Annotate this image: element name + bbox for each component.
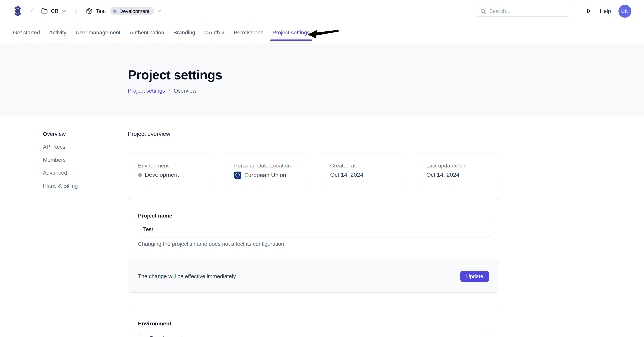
info-cards-row: Environment Development Personal Data Lo… [128,154,499,185]
info-card-last-updated: Last updated on Oct 14, 2024 [416,154,499,185]
project-name-input[interactable] [138,222,489,237]
sidebar-item-api-keys[interactable]: API Keys [43,144,128,150]
chevron-down-icon [478,335,483,337]
page-header: Project settings Project settings / Over… [0,43,644,117]
tab-permissions[interactable]: Permissions [234,22,263,43]
sidebar-item-overview[interactable]: Overview [43,131,128,138]
main-nav: Get started Activity User management Aut… [0,22,644,43]
sidebar-item-advanced[interactable]: Advanced [43,170,128,176]
environment-card: Environment Development [128,306,499,337]
tab-oauth2[interactable]: OAuth 2 [204,22,224,43]
play-icon[interactable] [586,8,592,14]
chevron-down-icon [157,9,162,13]
info-card-value: Oct 14, 2024 [426,172,460,178]
breadcrumb-separator: / [74,7,78,15]
info-card-data-location: Personal Data Location [224,154,307,185]
info-card-value: Oct 14, 2024 [330,172,364,178]
folder-icon [42,8,48,14]
org-name: CB [51,8,58,14]
search-box[interactable] [476,5,570,16]
chevron-down-icon [62,9,66,13]
section-title: Project overview [128,131,499,138]
info-card-label: Environment [138,163,210,169]
sidebar-item-plans-billing[interactable]: Plans & Billing [43,182,128,189]
main-panel: Project overview Environment Development… [128,131,499,337]
tab-user-management[interactable]: User management [76,22,120,43]
project-name: Test [96,8,106,14]
search-input[interactable] [489,8,566,14]
package-icon [86,8,93,14]
project-name-label: Project name [138,212,489,219]
avatar[interactable]: CN [618,4,632,17]
project-switcher[interactable]: Test Development [86,7,162,15]
tab-branding[interactable]: Branding [174,22,195,43]
help-link[interactable]: Help [600,8,611,14]
environment-select[interactable]: Development [138,333,489,337]
breadcrumb-separator: / [30,7,33,15]
content-area: Overview API Keys Members Advanced Plans… [0,117,644,337]
tab-get-started[interactable]: Get started [13,22,40,43]
project-name-card: Project name Changing the project's name… [128,198,499,293]
info-card-label: Created at [330,163,403,169]
search-icon [480,8,486,14]
tab-project-settings-label: Project settings [272,30,310,35]
environment-badge-label: Development [119,8,150,14]
settings-sidebar: Overview API Keys Members Advanced Plans… [0,131,128,337]
tab-activity[interactable]: Activity [49,22,66,43]
top-bar: / CB / Test [0,0,644,22]
status-dot-icon [138,173,142,177]
corbado-logo-icon[interactable] [14,6,22,16]
tab-authentication[interactable]: Authentication [130,22,164,43]
info-card-label: Personal Data Location [234,163,307,169]
org-switcher[interactable]: CB [42,8,66,14]
breadcrumb-link[interactable]: Project settings [128,88,165,94]
breadcrumb: Project settings / Overview [128,88,644,94]
footer-note: The change will be effective immediately [138,273,236,280]
status-dot-icon [113,9,116,13]
project-name-helper: Changing the project's name does not aff… [138,241,489,247]
info-card-value: Development [145,172,179,178]
environment-select-value: Development [150,335,182,337]
eu-flag-icon [234,172,241,179]
info-card-value: European Union [244,172,286,179]
environment-badge: Development [110,7,154,15]
info-card-label: Last updated on [426,163,499,169]
project-name-card-footer: The change will be effective immediately… [128,260,499,292]
page-title: Project settings [128,68,644,82]
tab-project-settings[interactable]: Project settings [272,22,310,43]
info-card-environment: Environment Development [128,154,211,185]
divider [578,7,578,15]
sidebar-item-members[interactable]: Members [43,157,128,163]
environment-label: Environment [138,320,489,327]
info-card-created-at: Created at Oct 14, 2024 [320,154,403,185]
breadcrumb-current: Overview [174,88,196,94]
breadcrumb-separator: / [169,88,170,94]
update-button[interactable]: Update [460,271,489,282]
